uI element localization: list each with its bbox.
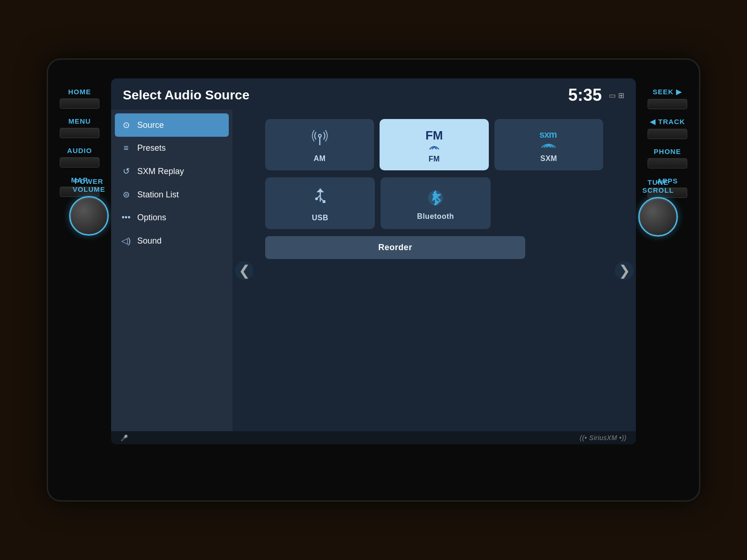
am-icon xyxy=(310,129,329,150)
menu-button[interactable]: MENU xyxy=(60,117,99,138)
main-screen: Select Audio Source 5:35 ▭ ⊞ ⊙ Source ≡ … xyxy=(111,78,636,444)
head-unit: HOME MENU AUDIO MAP POWER VOLUME SEEK ▶ … xyxy=(47,58,700,502)
signal-icon: ⊞ xyxy=(618,91,624,100)
reorder-button[interactable]: Reorder xyxy=(265,236,525,259)
phone-button[interactable]: PHONE xyxy=(648,147,687,168)
source-tile-usb[interactable]: USB xyxy=(265,177,375,229)
options-icon: ••• xyxy=(120,213,132,223)
tune-scroll-knob-area: TUNE SCROLL xyxy=(638,178,678,237)
track-button[interactable]: ◀ TRACK xyxy=(648,118,687,139)
fm-label: FM xyxy=(429,155,440,163)
source-grid-top: AM FM FM xyxy=(242,119,627,170)
presets-icon: ≡ xyxy=(120,143,132,153)
sidebar-label-sound: Sound xyxy=(137,236,162,246)
sxm-label: SXM xyxy=(540,154,557,163)
power-volume-knob-area: POWER VOLUME xyxy=(69,177,109,236)
screen-footer: 🎤 ((• SiriusXM •)) xyxy=(111,431,636,444)
power-volume-knob[interactable] xyxy=(69,196,109,236)
battery-icon: ▭ xyxy=(609,91,616,100)
home-button[interactable]: HOME xyxy=(60,88,99,109)
svg-rect-6 xyxy=(323,200,325,203)
screen-title: Select Audio Source xyxy=(123,88,249,103)
siriusxm-badge: ((• SiriusXM •)) xyxy=(580,434,627,441)
am-label: AM xyxy=(314,154,326,163)
sidebar-label-options: Options xyxy=(137,213,166,223)
bluetooth-icon xyxy=(428,188,443,208)
sidebar-label-sxm-replay: SXM Replay xyxy=(137,167,184,176)
sidebar-label-presets: Presets xyxy=(137,143,166,153)
source-tile-am[interactable]: AM xyxy=(265,119,374,170)
sound-icon: ◁) xyxy=(120,236,132,246)
fm-display: FM xyxy=(425,128,443,150)
svg-point-4 xyxy=(315,197,318,200)
sidebar-item-source[interactable]: ⊙ Source xyxy=(115,113,229,137)
source-grid-bottom: USB xyxy=(242,177,627,229)
screen-body: ⊙ Source ≡ Presets ↺ SXM Replay ⊜ Statio… xyxy=(111,110,636,431)
svg-point-1 xyxy=(318,134,321,137)
sidebar-item-presets[interactable]: ≡ Presets xyxy=(111,137,233,160)
audio-button[interactable]: AUDIO xyxy=(60,147,99,168)
tune-scroll-knob[interactable] xyxy=(638,197,678,237)
usb-icon xyxy=(313,187,328,209)
sidebar-item-sound[interactable]: ◁) Sound xyxy=(111,229,233,252)
right-controls: SEEK ▶ ◀ TRACK PHONE APPS TUNE SCROLL xyxy=(636,60,699,500)
nav-arrow-right[interactable]: ❯ xyxy=(615,261,634,280)
status-icons: ▭ ⊞ xyxy=(609,91,624,100)
sidebar-label-source: Source xyxy=(137,120,164,130)
sxm-replay-icon: ↺ xyxy=(120,166,132,176)
left-controls: HOME MENU AUDIO MAP POWER VOLUME xyxy=(48,60,111,500)
sidebar-label-station-list: Station List xyxy=(137,190,179,200)
station-list-icon: ⊜ xyxy=(120,189,132,200)
source-tile-bluetooth[interactable]: Bluetooth xyxy=(381,177,490,229)
current-time: 5:35 xyxy=(568,85,602,105)
nav-arrow-left[interactable]: ❮ xyxy=(235,261,254,280)
content-area: ❮ xyxy=(233,110,636,431)
screen-header: Select Audio Source 5:35 ▭ ⊞ xyxy=(111,78,636,110)
usb-label: USB xyxy=(312,214,328,222)
sidebar-item-sxm-replay[interactable]: ↺ SXM Replay xyxy=(111,160,233,183)
source-tile-fm[interactable]: FM FM xyxy=(380,119,488,170)
sidebar-item-options[interactable]: ••• Options xyxy=(111,206,233,229)
source-icon: ⊙ xyxy=(120,120,132,130)
sidebar-item-station-list[interactable]: ⊜ Station List xyxy=(111,183,233,206)
sxm-logo-area: sxm xyxy=(539,129,558,150)
empty-tile-placeholder xyxy=(496,177,603,229)
time-area: 5:35 ▭ ⊞ xyxy=(568,85,624,105)
bluetooth-label: Bluetooth xyxy=(417,212,454,221)
mic-icon: 🎤 xyxy=(120,434,128,441)
sidebar-menu: ⊙ Source ≡ Presets ↺ SXM Replay ⊜ Statio… xyxy=(111,110,233,431)
seek-button[interactable]: SEEK ▶ xyxy=(648,88,687,109)
source-tile-sxm[interactable]: sxm SXM xyxy=(494,119,603,170)
